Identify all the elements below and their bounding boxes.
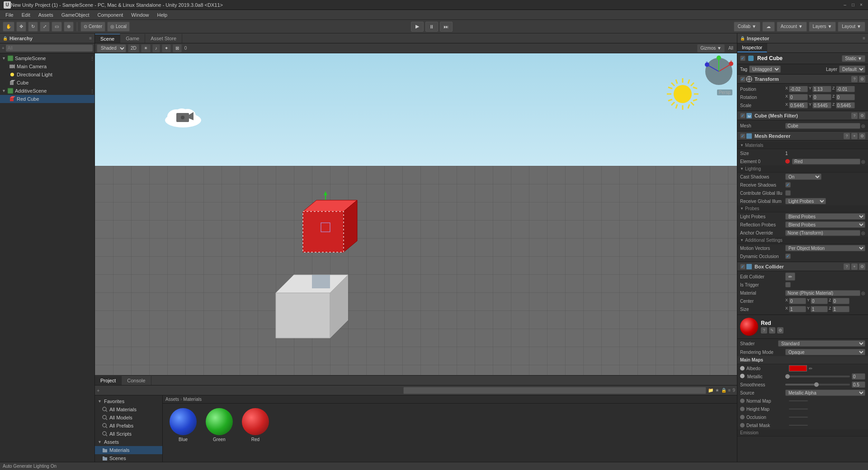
mesh-filter-help-btn[interactable]: ?: [851, 113, 858, 119]
rot-y-input[interactable]: [812, 94, 831, 100]
asset-red[interactable]: Red: [240, 408, 271, 442]
tab-console[interactable]: Console: [122, 376, 151, 385]
hierarchy-menu-icon[interactable]: ≡: [89, 36, 92, 41]
scene-red-cube[interactable]: [289, 189, 362, 280]
reflection-probes-dropdown[interactable]: Blend Probes: [785, 221, 865, 228]
tab-assetstore[interactable]: Asset Store: [145, 34, 182, 43]
asset-green[interactable]: Green: [203, 408, 235, 442]
proj-favorites[interactable]: ▼ Favorites: [95, 397, 162, 405]
receive-gi-dropdown[interactable]: Light Probes: [785, 198, 826, 204]
scale-z-input[interactable]: [836, 102, 855, 108]
proj-all-scripts[interactable]: All Scripts: [95, 430, 162, 438]
additivescene-menu[interactable]: ⋮: [90, 89, 94, 94]
proj-all-prefabs[interactable]: All Prefabs: [95, 422, 162, 430]
box-collider-header[interactable]: Box Collider ? + ⚙: [737, 262, 868, 271]
csize-z-input[interactable]: [832, 306, 849, 312]
box-collider-help-btn[interactable]: ?: [844, 263, 850, 270]
center-z-input[interactable]: [832, 298, 849, 304]
tag-dropdown[interactable]: Untagged: [749, 66, 781, 73]
light-probes-dropdown[interactable]: Blend Probes: [785, 213, 865, 220]
2d-button[interactable]: 2D: [128, 44, 139, 52]
menu-gameobject[interactable]: GameObject: [58, 11, 93, 19]
rendering-mode-dropdown[interactable]: Opaque: [785, 349, 865, 355]
audio-button[interactable]: ♪: [152, 44, 160, 52]
pos-y-input[interactable]: [812, 86, 831, 92]
pivot-center-button[interactable]: ⊙ Center: [80, 22, 105, 32]
collab-button[interactable]: Collab ▼: [734, 22, 760, 32]
hierarchy-add-icon[interactable]: +: [2, 46, 5, 51]
play-button[interactable]: ▶: [411, 22, 424, 32]
center-y-input[interactable]: [811, 298, 828, 304]
anchor-override-value[interactable]: None (Transform): [785, 230, 860, 236]
step-button[interactable]: ⏭: [440, 22, 453, 32]
probes-section[interactable]: ▼ Probes: [737, 205, 868, 212]
menu-icon-proj[interactable]: ≡: [728, 388, 731, 393]
anchor-target-icon[interactable]: ◎: [861, 230, 865, 235]
scale-tool-button[interactable]: ⤢: [40, 22, 50, 32]
additional-settings-section[interactable]: ▼ Additional Settings: [737, 237, 868, 244]
lighting-section[interactable]: ▼ Lighting: [737, 165, 868, 173]
rect-tool-button[interactable]: ▭: [52, 22, 62, 32]
dynamic-occlusion-checkbox[interactable]: [785, 254, 791, 259]
smoothness-slider[interactable]: [785, 384, 850, 385]
multi-tool-button[interactable]: ⊕: [64, 22, 74, 32]
tab-game[interactable]: Game: [120, 34, 145, 43]
shading-mode-dropdown[interactable]: Shaded: [97, 44, 126, 52]
metallic-slider[interactable]: [785, 376, 850, 377]
material-name[interactable]: Red: [761, 320, 865, 326]
metallic-value-input[interactable]: [852, 373, 865, 380]
rotate-tool-button[interactable]: ↻: [28, 22, 38, 32]
minimize-button[interactable]: –: [842, 2, 848, 8]
metallic-slider-thumb[interactable]: [785, 374, 790, 379]
proj-materials[interactable]: Materials: [95, 446, 162, 454]
scale-y-input[interactable]: [812, 102, 831, 108]
csize-y-input[interactable]: [811, 306, 828, 312]
menu-component[interactable]: Component: [94, 11, 127, 19]
mesh-renderer-settings-btn[interactable]: ⚙: [859, 133, 865, 139]
mesh-renderer-help-btn[interactable]: ?: [844, 133, 850, 139]
tree-item-directionallight[interactable]: Directional Light: [0, 70, 94, 79]
transform-settings-btn[interactable]: ⚙: [859, 76, 865, 82]
tree-item-maincamera[interactable]: Main Camera: [0, 62, 94, 70]
transform-enabled[interactable]: [740, 76, 745, 82]
normal-map-field[interactable]: [789, 400, 808, 401]
height-map-field[interactable]: [789, 409, 808, 409]
smoothness-slider-thumb[interactable]: [814, 382, 819, 387]
tree-item-redcube[interactable]: Red Cube: [0, 95, 94, 103]
layer-dropdown[interactable]: Default: [839, 66, 865, 73]
scene-viewport[interactable]: X Y Z Persp: [95, 53, 737, 375]
vfx-button[interactable]: ✦: [162, 44, 171, 52]
collider-material-target[interactable]: ◎: [861, 291, 865, 296]
menu-edit[interactable]: Edit: [18, 11, 34, 19]
shader-dropdown[interactable]: Standard: [778, 340, 865, 347]
inspector-menu-icon[interactable]: ≡: [863, 36, 865, 41]
star-icon[interactable]: ★: [715, 388, 719, 393]
proj-all-materials[interactable]: All Materials: [95, 405, 162, 414]
tree-item-additivescene[interactable]: ▼ AdditiveScene ⋮: [0, 87, 94, 95]
menu-assets[interactable]: Assets: [35, 11, 57, 19]
move-tool-button[interactable]: ✥: [16, 22, 26, 32]
tree-item-samplescene[interactable]: ▼ SampleScene ⋮: [0, 54, 94, 62]
pause-button[interactable]: ⏸: [425, 22, 438, 32]
box-collider-enabled[interactable]: [740, 264, 745, 269]
tab-project[interactable]: Project: [95, 376, 122, 385]
project-add-icon[interactable]: +: [97, 388, 99, 393]
rot-x-input[interactable]: [789, 94, 808, 100]
cloud-button[interactable]: ☁: [762, 22, 775, 32]
occlusion-field[interactable]: [789, 417, 808, 418]
transform-header[interactable]: Transform ? ⚙: [737, 75, 868, 84]
gizmos-button[interactable]: Gizmos ▼: [697, 44, 725, 52]
mesh-filter-enabled[interactable]: [740, 113, 745, 118]
project-search-input[interactable]: [403, 387, 706, 394]
hierarchy-search-input[interactable]: [6, 45, 93, 52]
proj-assets[interactable]: ▼ Assets: [95, 438, 162, 446]
mesh-filter-settings-btn[interactable]: ⚙: [859, 113, 865, 119]
source-dropdown[interactable]: Metallic Alpha: [785, 390, 865, 396]
layers-button[interactable]: Layers ▼: [809, 22, 836, 32]
receive-shadows-checkbox[interactable]: [785, 182, 791, 188]
pivot-local-button[interactable]: ◎ Local: [107, 22, 130, 32]
scene-orientation-gizmo[interactable]: X Y Z: [703, 56, 735, 87]
element0-target-icon[interactable]: ◎: [861, 159, 865, 164]
hierarchy-lock-icon[interactable]: 🔒: [3, 36, 8, 41]
tree-item-cube[interactable]: Cube: [0, 79, 94, 87]
